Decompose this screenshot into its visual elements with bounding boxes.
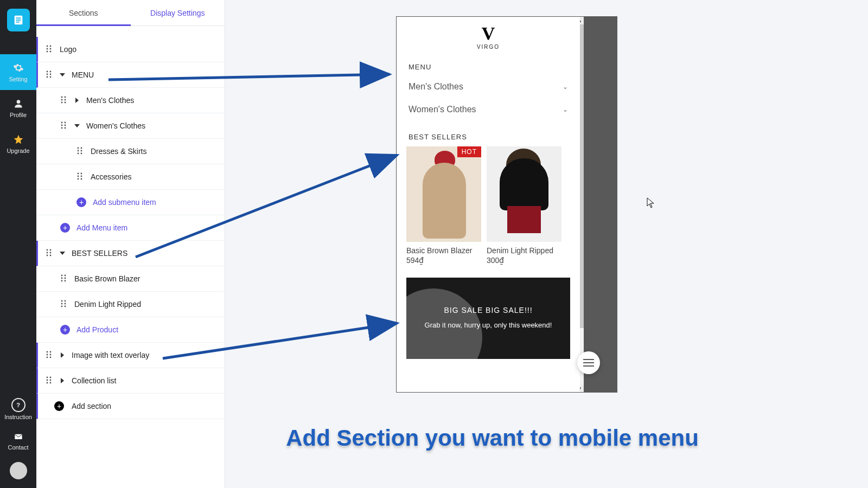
tab-display-settings[interactable]: Display Settings — [131, 0, 225, 25]
svg-point-51 — [65, 277, 66, 279]
svg-point-19 — [65, 96, 66, 98]
plus-icon: + — [60, 223, 70, 233]
add-section[interactable]: + Add section — [36, 394, 225, 419]
svg-rect-1 — [16, 17, 21, 18]
mobile-preview-frame: ▲ ▼ V VIRGO MENU Men's Clothes ⌄ Women's… — [396, 16, 617, 393]
svg-point-33 — [81, 150, 82, 151]
drag-handle-icon[interactable] — [46, 70, 54, 80]
row-label: Dresses & Skirts — [91, 147, 225, 156]
preview-menu-womens[interactable]: Women's Clothes ⌄ — [397, 98, 580, 121]
svg-point-22 — [61, 101, 63, 103]
svg-point-42 — [47, 249, 48, 251]
section-logo[interactable]: Logo — [36, 37, 225, 62]
svg-point-62 — [47, 354, 48, 355]
tab-label: Sections — [69, 9, 98, 17]
svg-point-12 — [47, 70, 48, 72]
product-brown-blazer[interactable]: Basic Brown Blazer — [36, 266, 225, 292]
hamburger-fab[interactable] — [577, 351, 600, 374]
add-submenu-item[interactable]: + Add submenu item — [36, 190, 225, 215]
menu-item-womens[interactable]: Women's Clothes — [36, 113, 225, 139]
submenu-accessories[interactable]: Accessories — [36, 164, 225, 190]
svg-point-29 — [65, 127, 66, 129]
section-best-sellers[interactable]: BEST SELLERS — [36, 241, 225, 266]
product-price: 300₫ — [487, 256, 561, 265]
nav-setting[interactable]: Setting — [0, 54, 36, 90]
svg-point-8 — [47, 48, 48, 49]
svg-point-68 — [47, 379, 48, 381]
section-menu[interactable]: MENU — [36, 62, 225, 88]
nav-label: Upgrade — [7, 147, 29, 154]
chevron-down-icon — [74, 123, 82, 129]
app-logo[interactable] — [7, 9, 30, 31]
submenu-dresses[interactable]: Dresses & Skirts — [36, 139, 225, 164]
tab-sections[interactable]: Sections — [36, 0, 131, 25]
svg-point-34 — [78, 152, 79, 154]
svg-point-4 — [16, 100, 20, 104]
nav-label: Contact — [8, 444, 29, 451]
preview-image-overlay[interactable]: BIG SALE BIG SALE!!! Grab it now, hurry … — [406, 278, 570, 359]
banner-subtitle: Grab it now, hurry up, only this weekend… — [425, 320, 552, 331]
menu-label: Men's Clothes — [409, 82, 463, 92]
svg-point-21 — [65, 99, 66, 100]
section-image-overlay[interactable]: Image with text overlay — [36, 343, 225, 368]
svg-rect-2 — [16, 20, 21, 21]
add-product[interactable]: + Add Product — [36, 317, 225, 343]
svg-point-20 — [61, 99, 63, 100]
product-card[interactable]: HOT Basic Brown Blazer 594₫ — [406, 146, 481, 265]
nav-contact[interactable]: Contact — [0, 425, 36, 458]
svg-rect-74 — [583, 365, 594, 367]
hot-badge: HOT — [457, 146, 481, 157]
svg-point-49 — [65, 274, 66, 276]
tab-label: Display Settings — [150, 9, 205, 17]
svg-point-65 — [50, 356, 52, 358]
product-name: Denim Light Ripped — [487, 246, 561, 255]
svg-point-70 — [47, 382, 48, 383]
svg-point-14 — [47, 73, 48, 75]
logo-text: VIRGO — [477, 44, 500, 50]
svg-point-58 — [61, 305, 63, 307]
drag-handle-icon[interactable] — [46, 376, 54, 386]
svg-point-6 — [47, 45, 48, 47]
drag-handle-icon[interactable] — [60, 300, 69, 309]
svg-point-57 — [65, 303, 66, 304]
row-label: Basic Brown Blazer — [74, 274, 225, 283]
drag-handle-icon[interactable] — [46, 351, 54, 360]
hamburger-icon — [583, 359, 594, 367]
svg-point-54 — [61, 300, 63, 301]
drag-handle-icon[interactable] — [46, 45, 54, 54]
svg-point-60 — [47, 351, 48, 352]
drag-handle-icon[interactable] — [76, 172, 85, 182]
preview-menu-mens[interactable]: Men's Clothes ⌄ — [397, 75, 580, 98]
row-label: Add submenu item — [93, 198, 225, 207]
product-denim-ripped[interactable]: Denim Light Ripped — [36, 292, 225, 317]
row-label: Add Product — [76, 325, 225, 334]
drag-handle-icon[interactable] — [60, 121, 69, 131]
svg-point-43 — [50, 249, 52, 251]
section-collection-list[interactable]: Collection list — [36, 368, 225, 394]
nav-upgrade[interactable]: Upgrade — [0, 126, 36, 162]
nav-instruction[interactable]: ? Instruction — [0, 393, 36, 425]
product-card[interactable]: Denim Light Ripped 300₫ — [487, 146, 561, 265]
drag-handle-icon[interactable] — [46, 249, 54, 258]
drag-handle-icon[interactable] — [60, 96, 69, 105]
row-label: Collection list — [72, 376, 225, 385]
svg-point-40 — [78, 178, 79, 179]
menu-label: Women's Clothes — [409, 105, 476, 114]
avatar[interactable] — [10, 462, 27, 479]
svg-point-37 — [81, 172, 82, 174]
banner-title: BIG SALE BIG SALE!!! — [444, 306, 532, 314]
svg-point-41 — [81, 178, 82, 179]
svg-point-35 — [81, 152, 82, 154]
nav-label: Instruction — [4, 414, 32, 420]
svg-point-23 — [65, 101, 66, 103]
svg-point-30 — [78, 147, 79, 149]
drag-handle-icon[interactable] — [76, 147, 85, 156]
svg-point-27 — [65, 124, 66, 126]
menu-item-mens[interactable]: Men's Clothes — [36, 88, 225, 113]
drag-handle-icon[interactable] — [60, 274, 69, 284]
svg-point-46 — [47, 254, 48, 256]
nav-profile[interactable]: Profile — [0, 90, 36, 126]
add-menu-item[interactable]: + Add Menu item — [36, 215, 225, 241]
svg-point-25 — [65, 121, 66, 123]
svg-rect-72 — [583, 359, 594, 360]
